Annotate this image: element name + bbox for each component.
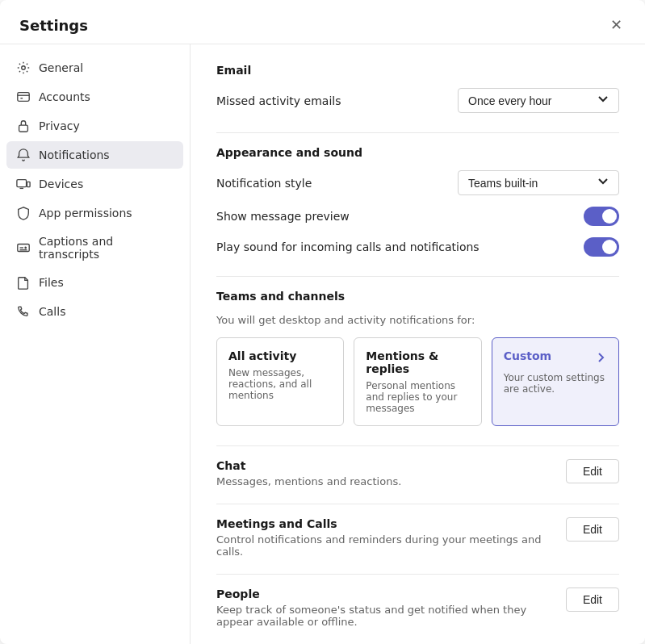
appearance-section-title: Appearance and sound	[216, 146, 619, 159]
sidebar-item-accounts-label: Accounts	[39, 90, 90, 103]
chevron-down-icon	[597, 94, 609, 107]
missed-activity-row: Missed activity emails Once every hour	[216, 88, 619, 113]
notification-style-row: Notification style Teams built-in	[216, 170, 619, 195]
chat-section: Chat Messages, mentions and reactions. E…	[216, 459, 619, 487]
devices-icon	[16, 177, 31, 191]
teams-channels-subtitle: You will get desktop and activity notifi…	[216, 314, 619, 326]
chat-section-name: Chat	[216, 459, 553, 472]
svg-point-11	[25, 247, 26, 248]
phone-icon	[16, 304, 31, 319]
accounts-icon	[16, 90, 31, 104]
meetings-section-header: Meetings and Calls Control notifications…	[216, 517, 619, 558]
sidebar-item-privacy[interactable]: Privacy	[6, 112, 183, 140]
teams-channels-title: Teams and channels	[216, 290, 619, 303]
notification-style-label: Notification style	[216, 177, 312, 190]
notification-options: All activity New messages, reactions, an…	[216, 337, 619, 426]
all-activity-title: All activity	[228, 349, 332, 362]
meetings-section: Meetings and Calls Control notifications…	[216, 517, 619, 558]
svg-rect-5	[17, 180, 27, 187]
people-edit-button[interactable]: Edit	[566, 588, 619, 612]
mentions-replies-desc: Personal mentions and replies to your me…	[366, 380, 469, 414]
sidebar: General Accounts	[0, 44, 191, 644]
missed-activity-value: Once every hour	[468, 94, 552, 107]
settings-dialog: Settings ✕ General	[0, 0, 645, 644]
all-activity-desc: New messages, reactions, and all mention…	[228, 367, 332, 401]
divider-1	[216, 132, 619, 133]
file-icon	[16, 275, 31, 290]
sidebar-item-captions-label: Captions and transcripts	[39, 235, 174, 261]
svg-rect-4	[19, 125, 28, 132]
missed-activity-label: Missed activity emails	[216, 94, 341, 107]
show-preview-row: Show message preview	[216, 207, 619, 226]
settings-header: Settings ✕	[0, 0, 645, 44]
sidebar-item-captions[interactable]: Captions and transcripts	[6, 228, 183, 267]
email-section: Email Missed activity emails Once every …	[216, 64, 619, 113]
sidebar-item-files-label: Files	[39, 276, 64, 289]
meetings-edit-button[interactable]: Edit	[566, 517, 619, 542]
divider-2	[216, 276, 619, 277]
sidebar-item-app-permissions[interactable]: App permissions	[6, 199, 183, 227]
sidebar-item-devices[interactable]: Devices	[6, 170, 183, 198]
chat-section-desc: Messages, mentions and reactions.	[216, 475, 553, 487]
close-button[interactable]: ✕	[607, 13, 626, 37]
settings-body: General Accounts	[0, 44, 645, 644]
meetings-section-desc: Control notifications and reminders duri…	[216, 533, 553, 558]
people-section-info: People Keep track of someone's status an…	[216, 588, 553, 628]
divider-3	[216, 445, 619, 446]
email-section-title: Email	[216, 64, 619, 77]
play-sound-row: Play sound for incoming calls and notifi…	[216, 237, 619, 257]
meetings-section-info: Meetings and Calls Control notifications…	[216, 517, 553, 558]
divider-5	[216, 574, 619, 575]
sidebar-item-privacy-label: Privacy	[39, 119, 80, 132]
show-preview-label: Show message preview	[216, 210, 350, 223]
settings-title: Settings	[19, 17, 88, 34]
sidebar-item-app-permissions-label: App permissions	[39, 207, 132, 220]
missed-activity-dropdown[interactable]: Once every hour	[458, 88, 619, 113]
custom-option[interactable]: Custom Your custom settings are active.	[492, 337, 619, 426]
mentions-replies-option[interactable]: Mentions & replies Personal mentions and…	[354, 337, 481, 426]
play-sound-toggle[interactable]	[584, 237, 619, 257]
sidebar-item-general[interactable]: General	[6, 54, 183, 82]
gear-icon	[16, 61, 31, 75]
divider-4	[216, 504, 619, 504]
mentions-replies-title: Mentions & replies	[366, 349, 469, 375]
sidebar-item-notifications[interactable]: Notifications	[6, 141, 183, 169]
notification-style-dropdown[interactable]: Teams built-in	[458, 170, 619, 195]
sidebar-item-general-label: General	[39, 61, 83, 74]
custom-desc: Your custom settings are active.	[504, 372, 607, 395]
people-section: People Keep track of someone's status an…	[216, 588, 619, 628]
sidebar-item-devices-label: Devices	[39, 178, 83, 190]
notification-style-value: Teams built-in	[468, 177, 538, 190]
teams-channels-section: Teams and channels You will get desktop …	[216, 290, 619, 426]
sidebar-item-calls[interactable]: Calls	[6, 298, 183, 325]
main-content: Email Missed activity emails Once every …	[191, 44, 645, 644]
meetings-section-name: Meetings and Calls	[216, 517, 553, 530]
chevron-right-icon	[596, 351, 607, 366]
chevron-down-icon-2	[597, 176, 609, 190]
custom-title: Custom	[504, 349, 551, 362]
sidebar-item-calls-label: Calls	[39, 305, 65, 318]
people-section-desc: Keep track of someone's status and get n…	[216, 604, 553, 628]
bell-icon	[16, 148, 31, 162]
sidebar-item-accounts[interactable]: Accounts	[6, 83, 183, 111]
play-sound-label: Play sound for incoming calls and notifi…	[216, 240, 480, 253]
captions-icon	[16, 240, 31, 255]
custom-option-header: Custom	[504, 349, 607, 367]
people-section-name: People	[216, 588, 553, 600]
sidebar-item-notifications-label: Notifications	[39, 148, 110, 161]
svg-point-0	[22, 66, 26, 70]
lock-icon	[16, 119, 31, 133]
show-preview-toggle[interactable]	[584, 207, 619, 226]
sidebar-item-files[interactable]: Files	[6, 269, 183, 296]
svg-rect-6	[27, 182, 31, 186]
shield-icon	[16, 206, 31, 220]
chat-edit-button[interactable]: Edit	[566, 459, 619, 483]
appearance-section: Appearance and sound Notification style …	[216, 146, 619, 257]
svg-rect-1	[18, 93, 29, 102]
all-activity-option[interactable]: All activity New messages, reactions, an…	[216, 337, 344, 426]
chat-section-header: Chat Messages, mentions and reactions. E…	[216, 459, 619, 487]
people-section-header: People Keep track of someone's status an…	[216, 588, 619, 628]
chat-section-info: Chat Messages, mentions and reactions.	[216, 459, 553, 487]
